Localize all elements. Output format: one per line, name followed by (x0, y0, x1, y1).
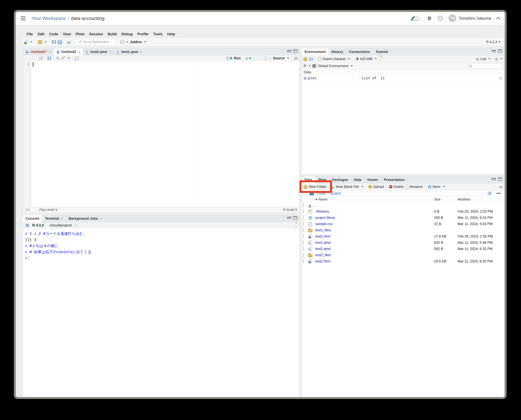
refresh-environment-icon[interactable] (495, 57, 498, 60)
file-row[interactable]: sample.csv 22 B Mar 11, 2024, 5:43 PM (302, 221, 504, 227)
menu-item[interactable]: View (61, 31, 73, 37)
file-checkbox[interactable] (303, 203, 304, 207)
forward-icon[interactable]: → (30, 56, 34, 60)
file-checkbox[interactable] (303, 247, 304, 251)
memory-usage-button[interactable]: 428 MiB (355, 57, 377, 61)
file-row[interactable]: test1_files (302, 227, 504, 233)
code-area[interactable] (31, 61, 299, 207)
files-tab[interactable]: Packages (329, 176, 351, 183)
file-link[interactable]: test2_files (315, 253, 331, 257)
breadcrumb-folder-link[interactable]: project (331, 191, 341, 195)
workspace-link[interactable]: Your Workspace (31, 16, 66, 21)
file-row[interactable]: test1.qmd 632 B Mar 11, 2024, 5:46 PM (302, 240, 504, 246)
file-checkbox[interactable] (303, 234, 304, 239)
editor-tab[interactable]: Untitled2× (54, 48, 83, 55)
upload-button[interactable]: ↑Upload (368, 185, 384, 189)
file-checkbox[interactable] (303, 209, 304, 214)
file-row[interactable]: test2_files (302, 252, 504, 258)
file-link[interactable]: .Rhistory (315, 210, 329, 213)
goto-file-input[interactable] (83, 40, 111, 44)
new-blank-file-button[interactable]: New Blank File (332, 185, 363, 189)
back-icon[interactable]: ← (24, 56, 28, 60)
environment-tab[interactable]: History (329, 48, 346, 55)
new-folder-button[interactable]: New Folder (303, 185, 327, 189)
file-checkbox[interactable] (303, 253, 304, 257)
file-checkbox[interactable] (303, 259, 304, 263)
save-workspace-icon[interactable] (309, 57, 313, 60)
maximize-pane-icon[interactable] (293, 49, 298, 53)
file-checkbox[interactable] (303, 222, 304, 226)
close-tab-icon[interactable]: × (78, 50, 80, 54)
console-output[interactable]: > 1 + 2 #コードを直接打ち込む[1] 3> #メモは＃の後に> # 結果… (23, 229, 299, 261)
close-tab-icon[interactable]: × (109, 50, 111, 54)
file-link[interactable]: test1_files (315, 228, 331, 232)
run-previous-chunk-icon[interactable]: ↑ (253, 56, 255, 60)
clear-environment-icon[interactable] (378, 57, 382, 61)
print-button[interactable] (67, 40, 71, 44)
view-object-icon[interactable] (499, 77, 502, 80)
menu-item[interactable]: Tools (151, 31, 165, 37)
column-name[interactable]: Name (315, 197, 434, 201)
editor-tab[interactable]: test2.qmd× (83, 48, 114, 55)
maximize-pane-icon[interactable] (498, 49, 502, 53)
document-outline-icon[interactable] (294, 57, 298, 60)
file-type-selector[interactable]: R Script (283, 208, 297, 211)
menu-item[interactable]: Plots (73, 31, 87, 37)
file-checkbox[interactable] (303, 215, 304, 220)
column-size[interactable]: Size (434, 197, 458, 201)
menu-item[interactable]: Build (105, 31, 119, 37)
path-options-button[interactable]: ••• (495, 191, 502, 195)
run-next-chunk-icon[interactable]: ↓ (257, 56, 259, 60)
compile-report-icon[interactable] (75, 56, 78, 60)
settings-gear-icon[interactable] (427, 16, 432, 21)
menu-item[interactable]: File (24, 31, 35, 37)
menu-item[interactable]: Code (47, 31, 61, 37)
code-tools-icon[interactable] (61, 56, 65, 60)
menu-item[interactable]: Profile (135, 31, 151, 37)
scope-selector[interactable]: Global Environment (318, 64, 353, 68)
menu-item[interactable]: Help (165, 31, 177, 37)
project-file-icon[interactable] (488, 191, 492, 195)
view-mode-button[interactable]: List (481, 57, 490, 61)
files-tab[interactable]: Viewer (364, 176, 381, 183)
delete-button[interactable]: ×Delete (389, 185, 404, 189)
save-button[interactable] (52, 40, 56, 44)
more-options-icon[interactable] (437, 15, 443, 21)
file-link[interactable]: test1.qmd (315, 240, 330, 245)
maximize-pane-icon[interactable] (293, 216, 298, 219)
r-version-selector[interactable]: R 4.3.2 (486, 40, 502, 44)
minimize-pane-icon[interactable] (287, 217, 291, 219)
save-source-icon[interactable] (48, 57, 51, 60)
new-file-button[interactable] (25, 40, 32, 44)
goto-file-search[interactable] (77, 39, 115, 45)
console-tab[interactable]: Terminal× (42, 215, 66, 222)
file-row[interactable]: project.Rproj 205 B Mar 11, 2024, 6:24 P… (302, 215, 504, 221)
open-file-button[interactable] (38, 40, 46, 44)
maximize-pane-icon[interactable] (498, 177, 502, 181)
load-workspace-icon[interactable] (304, 58, 307, 61)
addins-grid-button[interactable] (120, 40, 128, 44)
menu-item[interactable]: Edit (35, 31, 47, 37)
menu-item[interactable]: Session (87, 31, 105, 37)
source-button[interactable]: →Source (264, 56, 289, 60)
environment-object-row[interactable]: plot List of 11 (302, 75, 504, 81)
minimize-pane-icon[interactable] (492, 178, 496, 180)
addins-button[interactable]: Addins (130, 40, 146, 44)
file-row[interactable]: test1.html 17.8 KB Feb 29, 2024, 2:35 PM (302, 233, 504, 240)
file-link[interactable]: sample.csv (315, 222, 333, 226)
file-link[interactable]: test2.html (315, 259, 330, 263)
rename-button[interactable]: Rename (405, 185, 423, 189)
close-tab-icon[interactable]: × (100, 217, 102, 220)
environment-tab[interactable]: Tutorial (373, 48, 391, 55)
file-row[interactable]: test2.html 19.5 KB Mar 11, 2024, 6:32 PM (302, 258, 504, 264)
clear-console-icon[interactable] (294, 223, 298, 227)
files-tab[interactable]: Files (302, 176, 315, 183)
language-selector[interactable]: R (304, 64, 310, 68)
file-row[interactable]: test2.qmd 592 B Mar 11, 2024, 6:32 PM (302, 246, 504, 252)
file-link[interactable]: test2.qmd (315, 247, 330, 251)
close-tab-icon[interactable]: × (49, 50, 51, 54)
rerun-button[interactable] (246, 57, 252, 60)
files-tab[interactable]: Plots (315, 176, 329, 183)
ram-gauge[interactable]: RAM (411, 15, 421, 21)
code-tools-caret[interactable] (68, 58, 70, 59)
